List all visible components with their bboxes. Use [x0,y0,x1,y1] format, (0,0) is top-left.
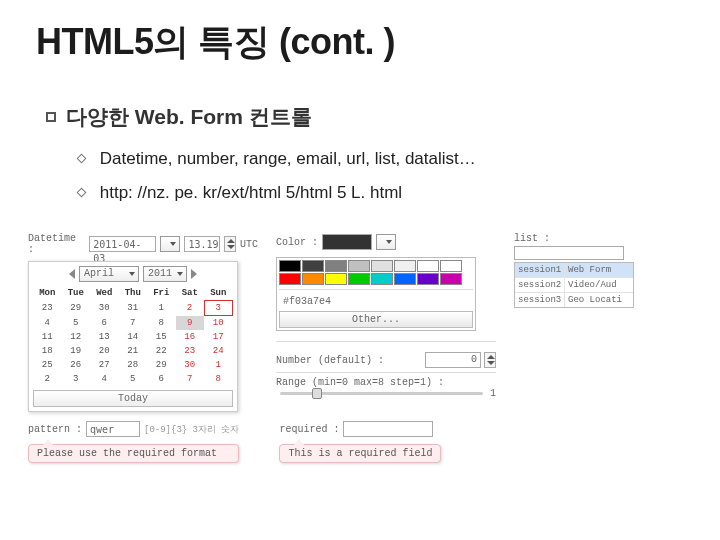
required-input[interactable] [343,421,433,437]
calendar-today-button[interactable]: Today [33,390,233,407]
calendar-day[interactable]: 19 [62,344,91,358]
color-dropdown[interactable] [376,234,396,250]
list-item[interactable]: session2 Video/Aud [515,278,633,293]
diamond-icon [77,188,87,198]
list-item[interactable]: session1 Web Form [515,263,633,278]
slide-title: HTML5의 특징 (cont. ) [36,18,684,67]
list-item-value: Web Form [565,263,633,277]
datetime-date-dropdown[interactable] [160,236,180,252]
calendar-day[interactable]: 23 [33,301,62,316]
calendar-day[interactable]: 4 [33,316,62,331]
color-label: Color : [276,237,318,248]
cal-prev-icon[interactable] [69,269,75,279]
color-hex-value: #f03a7e4 [279,294,473,309]
calendar-day[interactable]: 8 [147,316,176,331]
list-input[interactable] [514,246,624,260]
calendar-day[interactable]: 1 [147,301,176,316]
calendar-day[interactable]: 2 [33,372,62,386]
datetime-date-input[interactable]: 2011-04-03 [89,236,156,252]
calendar-day[interactable]: 26 [62,358,91,372]
range-slider[interactable] [280,392,483,395]
calendar-day[interactable]: 10 [204,316,233,331]
list-item-key: session3 [515,293,565,307]
cal-day-head: Thu [119,286,148,301]
cal-next-icon[interactable] [191,269,197,279]
calendar-day[interactable]: 24 [204,344,233,358]
calendar-day[interactable]: 6 [90,316,119,331]
calendar-day[interactable]: 9 [176,316,205,331]
cal-year-select[interactable]: 2011 [143,266,187,282]
calendar-day[interactable]: 2 [176,301,205,316]
color-swatch[interactable] [440,273,462,285]
number-input[interactable]: 0 [425,352,481,368]
calendar-day[interactable]: 5 [62,316,91,331]
datetime-time-input[interactable]: 13.19 [184,236,220,252]
pattern-input[interactable]: qwer [86,421,140,437]
color-swatch[interactable] [279,260,301,272]
calendar-day[interactable]: 8 [204,372,233,386]
calendar-day[interactable]: 29 [147,358,176,372]
calendar-day[interactable]: 17 [204,330,233,344]
cal-day-head: Sun [204,286,233,301]
calendar-day[interactable]: 3 [62,372,91,386]
color-swatch[interactable] [348,273,370,285]
time-spinner[interactable] [224,236,236,252]
calendar-day[interactable]: 7 [119,316,148,331]
calendar-day[interactable]: 20 [90,344,119,358]
list-item[interactable]: session3 Geo Locati [515,293,633,307]
list-dropdown[interactable]: session1 Web Form session2 Video/Aud ses… [514,262,634,308]
calendar-popup: April 2011 Mon Tue Wed Thu Fri Sat Sun 2… [28,261,238,412]
cal-month-select[interactable]: April [79,266,139,282]
calendar-day[interactable]: 3 [204,301,233,316]
color-swatch[interactable] [394,260,416,272]
calendar-day[interactable]: 15 [147,330,176,344]
calendar-day[interactable]: 23 [176,344,205,358]
calendar-day[interactable]: 14 [119,330,148,344]
color-swatch[interactable] [371,260,393,272]
calendar-day[interactable]: 5 [119,372,148,386]
sub-bullet-1-text: Datetime, number, range, email, url, lis… [100,149,476,168]
number-spinner[interactable] [484,352,496,368]
datetime-tz: UTC [240,239,258,250]
sub-bullet-2: http: //nz. pe. kr/ext/html 5/html 5 L. … [78,183,684,203]
calendar-day[interactable]: 13 [90,330,119,344]
calendar-day[interactable]: 6 [147,372,176,386]
calendar-day[interactable]: 18 [33,344,62,358]
color-other-button[interactable]: Other... [279,311,473,328]
calendar-day[interactable]: 16 [176,330,205,344]
calendar-day[interactable]: 11 [33,330,62,344]
color-swatch[interactable] [279,273,301,285]
color-swatch[interactable] [394,273,416,285]
calendar-day[interactable]: 31 [119,301,148,316]
pattern-hint: [0-9]{3} 3자리 숫자 [144,423,239,436]
calendar-day[interactable]: 25 [33,358,62,372]
color-swatch[interactable] [371,273,393,285]
pattern-tooltip: Please use the required format [28,444,239,463]
calendar-day[interactable]: 7 [176,372,205,386]
color-input[interactable] [322,234,372,250]
diamond-icon [77,154,87,164]
color-swatch[interactable] [417,273,439,285]
calendar-day[interactable]: 22 [147,344,176,358]
calendar-day[interactable]: 12 [62,330,91,344]
calendar-day[interactable]: 28 [119,358,148,372]
list-item-key: session1 [515,263,565,277]
range-thumb[interactable] [312,388,322,399]
color-swatch[interactable] [440,260,462,272]
color-swatch[interactable] [417,260,439,272]
calendar-day[interactable]: 30 [176,358,205,372]
color-swatch[interactable] [302,260,324,272]
color-swatch[interactable] [325,273,347,285]
calendar-day[interactable]: 30 [90,301,119,316]
calendar-day[interactable]: 1 [204,358,233,372]
bullet-main: 다양한 Web. Form 컨트롤 [46,103,684,131]
calendar-day[interactable]: 21 [119,344,148,358]
calendar-day[interactable]: 4 [90,372,119,386]
color-swatch[interactable] [302,273,324,285]
calendar-day[interactable]: 29 [62,301,91,316]
color-swatch[interactable] [348,260,370,272]
color-swatch[interactable] [325,260,347,272]
sub-bullet-1: Datetime, number, range, email, url, lis… [78,149,684,169]
list-item-value: Geo Locati [565,293,633,307]
calendar-day[interactable]: 27 [90,358,119,372]
